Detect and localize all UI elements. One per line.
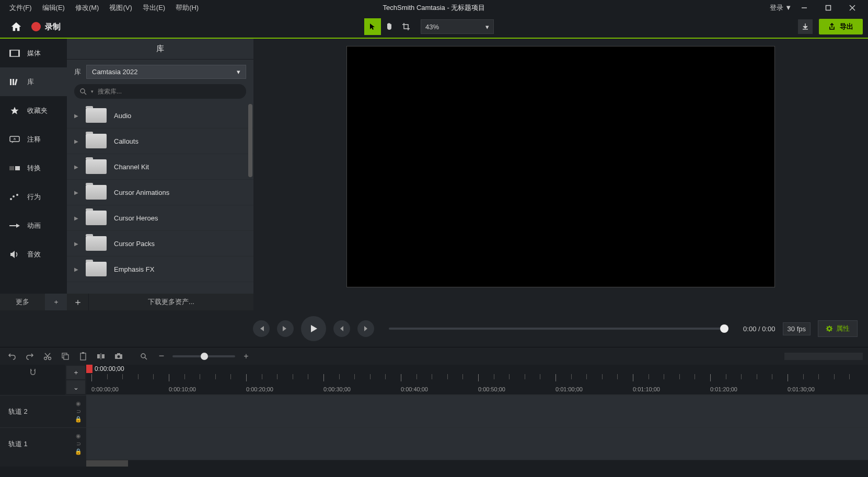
library-download-more[interactable]: 下载更多资产... <box>89 294 253 310</box>
menu-view[interactable]: 视图(V) <box>104 1 137 15</box>
zoom-out-button[interactable]: − <box>155 350 168 363</box>
scrollbar-thumb[interactable] <box>86 460 128 467</box>
home-button[interactable] <box>10 21 22 32</box>
sidebar-item-animations[interactable]: 动画 <box>0 211 67 240</box>
zoom-value: 43% <box>425 23 439 31</box>
crop-tool[interactable] <box>398 18 414 35</box>
fps-display[interactable]: 30 fps <box>783 322 811 335</box>
canvas-zoom-select[interactable]: 43% ▾ <box>421 19 494 34</box>
menu-edit[interactable]: 编辑(E) <box>37 1 70 15</box>
step-forward-button[interactable] <box>357 320 374 337</box>
library-folder[interactable]: ▶Emphasis FX <box>67 257 253 282</box>
library-folder[interactable]: ▶Callouts <box>67 129 253 154</box>
ruler-timestamp: 0:00:20;00 <box>246 386 273 392</box>
svg-rect-12 <box>9 166 14 170</box>
play-button[interactable] <box>301 316 326 341</box>
magnet-icon[interactable] <box>29 368 37 376</box>
library-search[interactable]: ▾ <box>74 84 246 99</box>
library-panel: 库 库 Camtasia 2022 ▾ ▾ ▶Audio▶Callouts▶Ch… <box>67 39 253 310</box>
svg-rect-33 <box>117 353 120 355</box>
sidebar-item-media[interactable]: 媒体 <box>0 39 67 67</box>
screenshot-button[interactable] <box>112 350 125 363</box>
playhead-row[interactable]: 0:00:00;00 <box>86 365 868 374</box>
pan-tool[interactable] <box>381 18 398 35</box>
search-input[interactable] <box>98 88 241 95</box>
sidebar-item-audio[interactable]: 音效 <box>0 240 67 269</box>
track-options-button[interactable]: ⌄ <box>66 380 85 394</box>
sidebar-item-library[interactable]: 库 <box>0 67 67 96</box>
track-controls[interactable]: ◉⊃🔒 <box>71 433 86 455</box>
zoom-knob[interactable] <box>201 353 208 360</box>
folder-icon <box>86 159 107 174</box>
eye-icon[interactable]: ◉ <box>76 400 81 407</box>
sidebar-add-button[interactable]: ＋ <box>45 294 67 310</box>
link-icon[interactable]: ⊃ <box>76 408 81 415</box>
library-folder[interactable]: ▶Cursor Packs <box>67 231 253 257</box>
library-scrollbar[interactable] <box>248 104 252 177</box>
maximize-button[interactable] <box>825 5 840 11</box>
lock-icon[interactable]: 🔒 <box>75 416 82 423</box>
slider-knob[interactable] <box>720 324 728 333</box>
track-body-2[interactable] <box>86 395 868 427</box>
ruler-timestamp: 0:01:10;00 <box>633 386 660 392</box>
timeline-minimap[interactable] <box>784 353 863 360</box>
track-header-1[interactable]: 轨道 1 ◉⊃🔒 <box>0 427 86 460</box>
transition-icon <box>9 165 20 171</box>
timeline-ruler[interactable]: 0:00:00;000:00:10;000:00:20;000:00:30;00… <box>86 374 868 395</box>
next-frame-button[interactable] <box>277 320 294 337</box>
library-folder[interactable]: ▶Cursor Animations <box>67 180 253 205</box>
close-button[interactable] <box>849 5 864 11</box>
split-button[interactable] <box>94 350 108 363</box>
cut-button[interactable] <box>41 350 54 363</box>
sidebar-item-annotations[interactable]: a 注释 <box>0 125 67 154</box>
library-folder[interactable]: ▶Channel Kit <box>67 154 253 180</box>
properties-button[interactable]: 属性 <box>818 320 858 337</box>
sidebar-item-favorites[interactable]: 收藏夹 <box>0 96 67 125</box>
sidebar-item-behaviors[interactable]: 行为 <box>0 182 67 211</box>
link-icon[interactable]: ⊃ <box>76 440 81 447</box>
eye-icon[interactable]: ◉ <box>76 433 81 439</box>
library-add-button[interactable]: ＋ <box>67 294 89 310</box>
track-controls[interactable]: ◉⊃🔒 <box>71 400 86 423</box>
menu-help[interactable]: 帮助(H) <box>170 1 204 15</box>
share-icon <box>828 23 836 30</box>
library-folder[interactable]: ▶Audio <box>67 103 253 129</box>
export-button[interactable]: 导出 <box>819 19 863 34</box>
library-select[interactable]: Camtasia 2022 ▾ <box>86 65 246 79</box>
prev-frame-button[interactable] <box>253 320 270 337</box>
login-button[interactable]: 登录 ▼ <box>770 3 792 13</box>
paste-button[interactable] <box>76 350 90 363</box>
undo-button[interactable] <box>5 350 19 363</box>
zoom-in-button[interactable]: + <box>239 350 253 363</box>
menu-export[interactable]: 导出(E) <box>137 1 170 15</box>
playback-slider[interactable] <box>389 328 728 330</box>
folder-icon <box>86 262 107 276</box>
track-header-2[interactable]: 轨道 2 ◉⊃🔒 <box>0 395 86 427</box>
export-label: 导出 <box>840 22 853 31</box>
redo-button[interactable] <box>23 350 37 363</box>
timeline-zoom-slider[interactable] <box>172 355 235 357</box>
expand-arrow-icon: ▶ <box>74 164 78 170</box>
svg-rect-9 <box>14 78 17 85</box>
menu-file[interactable]: 文件(F) <box>4 1 37 15</box>
track-body-1[interactable] <box>86 427 868 460</box>
preview-canvas[interactable] <box>346 46 775 287</box>
download-button[interactable] <box>798 19 813 34</box>
timeline-scrollbar[interactable] <box>86 460 868 467</box>
menu-modify[interactable]: 修改(M) <box>70 1 105 15</box>
expand-arrow-icon: ▶ <box>74 113 78 119</box>
library-folder[interactable]: ▶Cursor Heroes <box>67 205 253 231</box>
svg-rect-25 <box>64 355 68 359</box>
record-button[interactable]: 录制 <box>27 20 65 34</box>
copy-button[interactable] <box>59 350 72 363</box>
sidebar-more-button[interactable]: 更多 <box>0 294 45 310</box>
svg-rect-28 <box>97 354 100 358</box>
add-track-button[interactable]: ＋ <box>66 366 85 379</box>
sidebar-label: 注释 <box>27 135 41 144</box>
select-tool[interactable] <box>364 18 381 35</box>
lock-icon[interactable]: 🔒 <box>75 448 82 455</box>
minimize-button[interactable] <box>801 5 816 11</box>
sidebar-item-transitions[interactable]: 转换 <box>0 154 67 182</box>
step-back-button[interactable] <box>333 320 350 337</box>
playhead-marker[interactable] <box>86 365 92 373</box>
